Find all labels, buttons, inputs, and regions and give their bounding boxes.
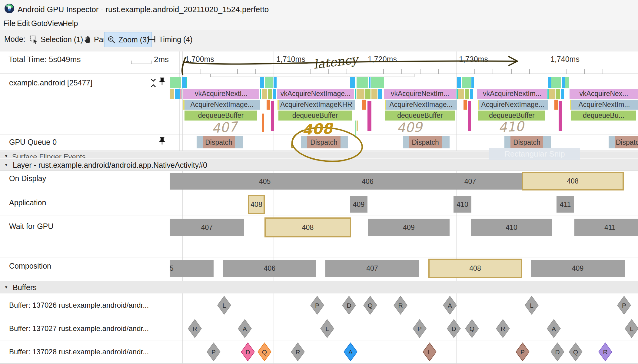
- micro-slice[interactable]: [471, 77, 474, 88]
- micro-slice[interactable]: [371, 89, 377, 99]
- micro-slice[interactable]: [274, 77, 277, 88]
- micro-slice[interactable]: [181, 89, 182, 99]
- micro-slice[interactable]: [470, 89, 473, 99]
- dispatch-cap[interactable]: [301, 136, 307, 148]
- buffer-event-marker[interactable]: A: [443, 296, 457, 315]
- micro-slice[interactable]: [273, 89, 276, 99]
- micro-slice[interactable]: [362, 100, 366, 110]
- slice-vkacquirenextimage[interactable]: vkAcquireNextIm...: [477, 89, 547, 99]
- frame-bar[interactable]: 409: [531, 260, 625, 277]
- micro-slice[interactable]: [458, 89, 464, 99]
- frame-bar[interactable]: 408: [264, 217, 351, 237]
- micro-slice[interactable]: [170, 89, 174, 99]
- dispatch-cap[interactable]: [197, 136, 203, 148]
- micro-slice[interactable]: [464, 100, 467, 110]
- frame-bar[interactable]: 405: [170, 173, 317, 190]
- buffer-event-marker[interactable]: P: [413, 319, 427, 338]
- frame-bar[interactable]: 411: [574, 219, 638, 236]
- micro-slice[interactable]: [268, 89, 272, 99]
- dispatch-cap[interactable]: [543, 136, 551, 148]
- dispatch-cap[interactable]: [403, 136, 409, 148]
- micro-slice[interactable]: [385, 100, 386, 110]
- slice-dequeuebuffer[interactable]: dequeueBuffer: [478, 111, 545, 121]
- buffer-event-marker[interactable]: P: [516, 342, 530, 361]
- dispatch-slice[interactable]: Dispatch: [615, 136, 638, 148]
- buffer-event-marker[interactable]: P: [617, 296, 631, 315]
- slice-vkacquirenextimage[interactable]: vkAcquireNextI...: [183, 89, 259, 99]
- buffer-event-marker[interactable]: D: [342, 296, 356, 315]
- buffer-event-marker[interactable]: R: [188, 319, 202, 338]
- buffer-event-marker[interactable]: D: [447, 319, 461, 338]
- buffer-event-marker[interactable]: A: [238, 319, 252, 338]
- frame-bar[interactable]: 409: [350, 196, 367, 213]
- micro-slice[interactable]: [186, 77, 187, 88]
- micro-slice[interactable]: [260, 89, 261, 99]
- buffer-event-marker[interactable]: L: [217, 296, 231, 315]
- slice-dequeuebuffer[interactable]: dequeueBuffer: [385, 111, 455, 121]
- frame-bar[interactable]: 410: [471, 219, 552, 236]
- buffer-event-marker[interactable]: L: [525, 296, 539, 315]
- dispatch-cap[interactable]: [609, 136, 615, 148]
- pin-icon[interactable]: [158, 136, 167, 147]
- micro-slice[interactable]: [462, 77, 471, 88]
- frame-bar[interactable]: 407: [170, 219, 244, 236]
- micro-slice[interactable]: [457, 77, 461, 88]
- micro-slice[interactable]: [180, 89, 181, 99]
- dispatch-slice[interactable]: Dispatch: [510, 136, 543, 148]
- frame-bar[interactable]: 410: [454, 196, 471, 213]
- slice-dequeuebuffer[interactable]: dequeueBuffer: [184, 111, 257, 121]
- unfold-icon[interactable]: [149, 78, 158, 88]
- micro-slice[interactable]: [468, 101, 471, 131]
- micro-slice[interactable]: [570, 100, 571, 110]
- micro-slice[interactable]: [365, 89, 371, 99]
- micro-slice[interactable]: [350, 77, 355, 88]
- micro-slice[interactable]: [271, 101, 274, 131]
- buffer-event-marker[interactable]: R: [598, 342, 612, 361]
- buffer-event-marker[interactable]: D: [241, 342, 255, 361]
- slice-acquirenextimagekhr[interactable]: AcquireNextImage...: [184, 100, 260, 110]
- micro-slice[interactable]: [170, 77, 181, 88]
- buffer-event-marker[interactable]: A: [344, 342, 357, 361]
- micro-slice[interactable]: [556, 89, 560, 99]
- buffer-event-marker[interactable]: L: [320, 319, 334, 338]
- slice-dequeuebuffer[interactable]: dequeueBuffer: [278, 111, 352, 121]
- pin-icon[interactable]: [158, 77, 167, 87]
- micro-slice[interactable]: [175, 89, 180, 99]
- buffer-event-marker[interactable]: P: [207, 342, 221, 361]
- buffer-event-marker[interactable]: L: [423, 342, 437, 361]
- frame-bar[interactable]: 411: [557, 196, 574, 213]
- buffer-event-marker[interactable]: Q: [363, 296, 377, 315]
- micro-slice[interactable]: [559, 101, 562, 131]
- frame-bar[interactable]: 406: [223, 260, 316, 277]
- buffer-event-marker[interactable]: R: [394, 296, 407, 315]
- dispatch-slice[interactable]: Dispatch: [203, 136, 235, 148]
- buffer-event-marker[interactable]: P: [310, 296, 324, 315]
- dispatch-cap[interactable]: [235, 136, 243, 148]
- buffer-event-marker[interactable]: Q: [569, 342, 583, 361]
- micro-slice[interactable]: [262, 89, 267, 99]
- buffer-event-marker[interactable]: Q: [258, 342, 271, 361]
- micro-slice[interactable]: [465, 89, 469, 99]
- micro-slice[interactable]: [357, 89, 364, 99]
- slice-vkacquirenextimage[interactable]: vkAcquireNextImage...: [277, 89, 354, 99]
- micro-slice[interactable]: [457, 89, 458, 99]
- slice-acquirenextimagekhr[interactable]: AcquireNextImageKHR: [278, 100, 355, 110]
- slice-dequeuebuffer[interactable]: dequeueBu...: [571, 111, 636, 121]
- buffer-event-marker[interactable]: R: [291, 342, 305, 361]
- buffer-event-marker[interactable]: A: [547, 319, 561, 338]
- dispatch-cap[interactable]: [442, 136, 450, 148]
- micro-slice[interactable]: [277, 100, 279, 110]
- buffer-event-marker[interactable]: R: [496, 319, 510, 338]
- micro-slice[interactable]: [182, 77, 186, 88]
- slice-acquirenextimagekhr[interactable]: AcquireNextIm...: [570, 100, 638, 110]
- micro-slice[interactable]: [355, 121, 356, 138]
- frame-bar[interactable]: 5: [170, 260, 214, 277]
- micro-slice[interactable]: [565, 77, 569, 88]
- dispatch-slice[interactable]: Dispatch: [307, 136, 341, 148]
- micro-slice[interactable]: [265, 77, 273, 88]
- buffer-event-marker[interactable]: L: [625, 319, 638, 338]
- micro-slice[interactable]: [357, 77, 368, 88]
- micro-slice[interactable]: [378, 89, 382, 99]
- slice-acquirenextimagekhr[interactable]: AcquireNextImage...: [385, 100, 457, 110]
- micro-slice[interactable]: [267, 100, 270, 110]
